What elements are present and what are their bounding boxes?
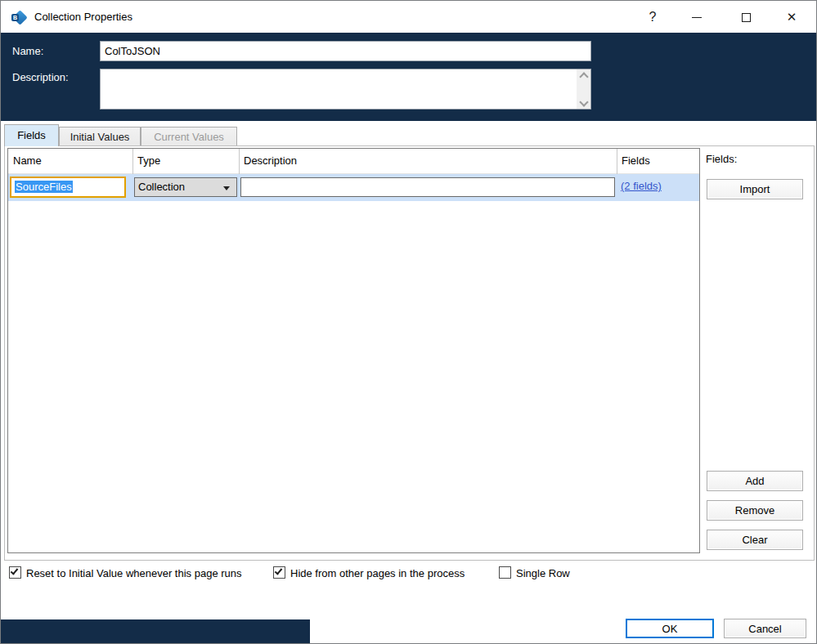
blueprism-logo-icon: B (12, 10, 27, 25)
clear-button[interactable]: Clear (707, 530, 803, 550)
checkbox-box[interactable] (499, 566, 511, 579)
fields-side-label: Fields: (706, 153, 737, 165)
fields-table: Name Type Description Fields SourceFiles… (7, 148, 700, 553)
column-header-name[interactable]: Name (13, 154, 42, 167)
fields-count-link[interactable]: (2 fields) (621, 180, 662, 192)
column-header-description[interactable]: Description (244, 154, 297, 167)
field-description-input[interactable] (240, 177, 615, 197)
maximize-button[interactable] (732, 5, 760, 29)
scroll-up-icon[interactable] (580, 72, 586, 78)
ok-button[interactable]: OK (626, 619, 714, 638)
checkbox-label[interactable]: Hide from other pages in the process (290, 567, 465, 579)
tab-fields[interactable]: Fields (4, 124, 59, 146)
blueprism-logo-letter: B (11, 14, 19, 21)
check-icon (11, 566, 19, 575)
checkbox-box[interactable] (273, 566, 285, 579)
help-button[interactable]: ? (639, 5, 667, 29)
field-type-dropdown[interactable]: Collection (134, 177, 237, 197)
minimize-button[interactable] (683, 5, 711, 29)
tab-current-values: Current Values (141, 127, 237, 146)
add-button[interactable]: Add (707, 471, 803, 491)
window-title: Collection Properties (34, 11, 132, 23)
footer-accent-bar (1, 619, 310, 644)
header-panel: Name: Description: (1, 33, 816, 121)
cancel-button[interactable]: Cancel (724, 619, 806, 638)
field-name-input[interactable]: SourceFiles (10, 177, 126, 198)
checkbox-box[interactable] (9, 566, 21, 579)
checkbox-label[interactable]: Reset to Initial Value whenever this pag… (26, 567, 242, 579)
scroll-down-icon[interactable] (580, 100, 586, 106)
field-name-value: SourceFiles (15, 181, 73, 193)
chevron-down-icon (223, 186, 230, 190)
tab-initial-values[interactable]: Initial Values (59, 127, 141, 146)
maximize-icon (742, 13, 751, 22)
remove-button[interactable]: Remove (707, 500, 803, 521)
column-header-fields[interactable]: Fields (622, 154, 650, 167)
table-header-row: Name Type Description Fields (8, 149, 699, 174)
name-input[interactable] (100, 41, 591, 61)
description-scrollbar[interactable] (577, 69, 590, 109)
name-label: Name: (12, 45, 43, 57)
description-textarea[interactable] (100, 69, 591, 110)
minimize-icon (692, 17, 702, 18)
close-button[interactable]: ✕ (778, 5, 806, 29)
column-header-type[interactable]: Type (137, 154, 160, 167)
table-row[interactable]: SourceFiles Collection (2 fields) (8, 174, 699, 201)
title-bar: B Collection Properties ? ✕ (1, 1, 816, 33)
checkbox-label[interactable]: Single Row (516, 567, 570, 579)
collection-properties-dialog: B Collection Properties ? ✕ Name: Descri… (0, 0, 817, 644)
check-icon (275, 566, 283, 575)
description-label: Description: (12, 71, 69, 83)
import-button[interactable]: Import (707, 179, 803, 199)
